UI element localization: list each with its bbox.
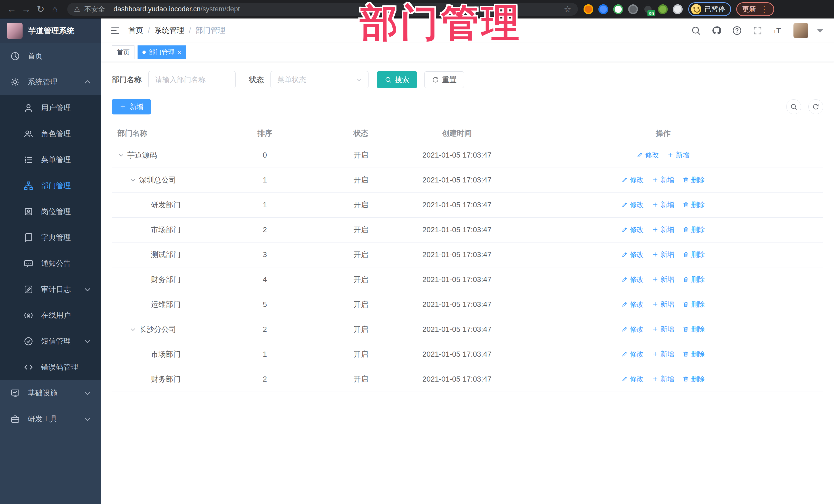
- home-icon[interactable]: ⌂: [48, 2, 62, 17]
- action-删除[interactable]: 删除: [683, 374, 705, 384]
- sidebar-item-用户管理[interactable]: 用户管理: [0, 95, 101, 121]
- caret-down-icon[interactable]: [815, 25, 825, 36]
- fullscreen-icon[interactable]: [752, 25, 763, 36]
- action-删除[interactable]: 删除: [683, 300, 705, 309]
- sidebar-item-首页[interactable]: 首页: [0, 43, 101, 69]
- action-新增[interactable]: 新增: [652, 175, 674, 184]
- action-label: 删除: [691, 374, 705, 384]
- sidebar-item-错误码管理[interactable]: 错误码管理: [0, 354, 101, 380]
- sidebar-item-部门管理[interactable]: 部门管理: [0, 173, 101, 199]
- sidebar-item-系统管理[interactable]: 系统管理: [0, 69, 101, 95]
- extension-grid-icon[interactable]: [628, 4, 638, 14]
- action-删除[interactable]: 删除: [683, 275, 705, 284]
- sort-value: 2: [219, 317, 311, 342]
- extension-dark-on-icon[interactable]: on: [643, 4, 653, 14]
- hamburger-icon[interactable]: [110, 25, 120, 36]
- action-新增[interactable]: 新增: [652, 200, 674, 210]
- action-label: 删除: [691, 300, 705, 309]
- search-icon: [385, 76, 392, 83]
- extension-orange-icon[interactable]: [584, 4, 593, 14]
- action-修改[interactable]: 修改: [637, 150, 659, 160]
- reset-button[interactable]: 重置: [424, 71, 464, 88]
- forward-icon[interactable]: →: [19, 2, 34, 17]
- back-icon[interactable]: ←: [5, 2, 19, 17]
- browser-update-button[interactable]: 更新 ⋮: [736, 2, 774, 16]
- sidebar-item-字典管理[interactable]: 字典管理: [0, 224, 101, 250]
- help-icon[interactable]: [732, 25, 742, 36]
- breadcrumb-item-首页[interactable]: 首页: [128, 25, 143, 36]
- search-button-label: 搜索: [395, 75, 409, 85]
- action-修改[interactable]: 修改: [621, 200, 644, 210]
- action-修改[interactable]: 修改: [621, 175, 644, 184]
- tab-label: 首页: [117, 48, 130, 57]
- bookmark-star-icon[interactable]: ☆: [564, 4, 571, 14]
- action-删除[interactable]: 删除: [683, 325, 705, 334]
- refresh-table-button[interactable]: [808, 99, 823, 114]
- action-修改[interactable]: 修改: [621, 325, 644, 334]
- action-修改[interactable]: 修改: [621, 225, 644, 234]
- action-新增[interactable]: 新增: [652, 350, 674, 359]
- action-新增[interactable]: 新增: [652, 275, 674, 284]
- action-删除[interactable]: 删除: [683, 200, 705, 210]
- action-删除[interactable]: 删除: [683, 175, 705, 184]
- action-新增[interactable]: 新增: [667, 150, 689, 160]
- expand-arrow-icon[interactable]: [129, 326, 136, 333]
- sidebar-item-菜单管理[interactable]: 菜单管理: [0, 147, 101, 173]
- action-删除[interactable]: 删除: [683, 350, 705, 359]
- action-修改[interactable]: 修改: [621, 250, 644, 259]
- breadcrumb-separator: /: [148, 26, 150, 35]
- sidebar: 芋道管理系统 首页系统管理用户管理角色管理菜单管理部门管理岗位管理字典管理通知公…: [0, 19, 101, 504]
- search-icon[interactable]: [691, 25, 701, 36]
- action-label: 新增: [660, 350, 674, 359]
- action-删除[interactable]: 删除: [683, 225, 705, 234]
- action-删除[interactable]: 删除: [683, 250, 705, 259]
- action-新增[interactable]: 新增: [652, 374, 674, 384]
- profile-paused-chip[interactable]: 已暂停: [688, 2, 731, 16]
- action-新增[interactable]: 新增: [652, 225, 674, 234]
- action-修改[interactable]: 修改: [621, 275, 644, 284]
- github-icon[interactable]: [711, 25, 722, 36]
- action-新增[interactable]: 新增: [652, 300, 674, 309]
- font-size-icon[interactable]: TT: [773, 25, 783, 36]
- add-button[interactable]: 新增: [112, 99, 151, 114]
- sidebar-item-基础设施[interactable]: 基础设施: [0, 380, 101, 406]
- search-button[interactable]: 搜索: [377, 71, 417, 88]
- address-bar[interactable]: ⚠ 不安全 dashboard.yudao.iocoder.cn/system/…: [67, 3, 578, 16]
- user-avatar[interactable]: [793, 23, 808, 38]
- close-icon[interactable]: ×: [178, 49, 181, 56]
- expand-arrow-icon[interactable]: [129, 177, 136, 184]
- sidebar-item-短信管理[interactable]: 短信管理: [0, 328, 101, 354]
- extension-puzzle-icon[interactable]: [673, 4, 683, 14]
- action-新增[interactable]: 新增: [652, 250, 674, 259]
- tab-active-dot: [142, 50, 146, 54]
- status-select[interactable]: 菜单状态: [270, 71, 369, 88]
- column-header-创建时间: 创建时间: [411, 124, 503, 143]
- sidebar-item-label: 在线用户: [41, 310, 71, 321]
- extension-lime-key-icon[interactable]: [658, 4, 668, 14]
- browser-menu-dots-icon[interactable]: ⋮: [760, 4, 768, 14]
- sidebar-item-角色管理[interactable]: 角色管理: [0, 121, 101, 147]
- tab-首页[interactable]: 首页: [112, 45, 134, 59]
- sidebar-item-在线用户[interactable]: 在线用户: [0, 302, 101, 328]
- action-修改[interactable]: 修改: [621, 374, 644, 384]
- dept-name-input[interactable]: [148, 71, 236, 88]
- action-修改[interactable]: 修改: [621, 350, 644, 359]
- app-logo-row[interactable]: 芋道管理系统: [0, 19, 101, 43]
- sidebar-item-研发工具[interactable]: 研发工具: [0, 406, 101, 432]
- breadcrumb-item-系统管理[interactable]: 系统管理: [154, 25, 184, 36]
- tab-部门管理[interactable]: 部门管理×: [137, 45, 186, 59]
- extension-blue-gem-icon[interactable]: [598, 4, 608, 14]
- action-修改[interactable]: 修改: [621, 300, 644, 309]
- sidebar-item-岗位管理[interactable]: 岗位管理: [0, 199, 101, 224]
- toggle-search-button[interactable]: [786, 99, 801, 114]
- url-text[interactable]: dashboard.yudao.iocoder.cn/system/dept: [113, 5, 240, 13]
- security-label[interactable]: 不安全: [84, 5, 105, 14]
- expand-arrow-icon[interactable]: [117, 152, 125, 159]
- extension-green-check-icon[interactable]: [613, 4, 623, 14]
- dictionary-icon: [24, 233, 34, 242]
- reload-icon[interactable]: ↻: [34, 2, 48, 17]
- sidebar-item-通知公告[interactable]: 通知公告: [0, 250, 101, 277]
- action-新增[interactable]: 新增: [652, 325, 674, 334]
- sidebar-item-审计日志[interactable]: 审计日志: [0, 277, 101, 302]
- browser-chrome: ←→↻⌂ ⚠ 不安全 dashboard.yudao.iocoder.cn/sy…: [0, 0, 834, 19]
